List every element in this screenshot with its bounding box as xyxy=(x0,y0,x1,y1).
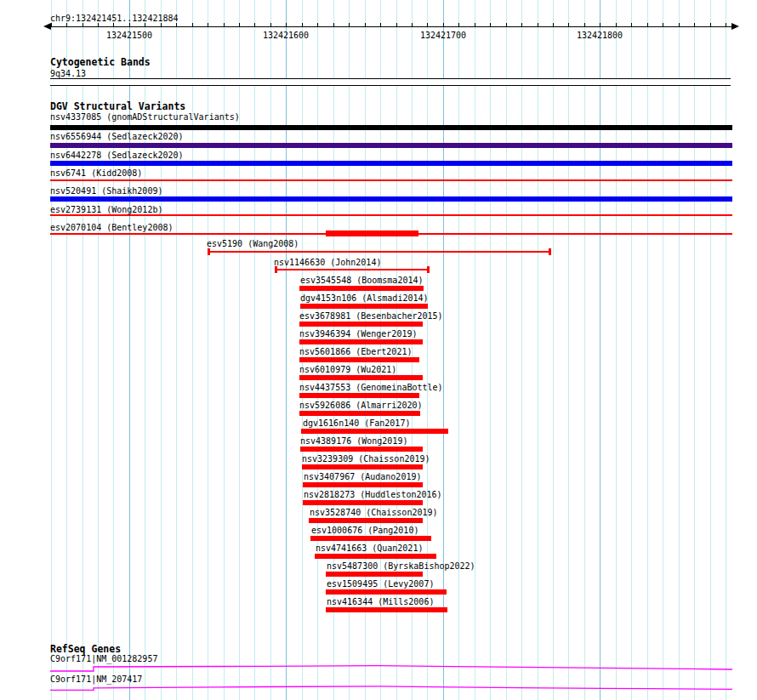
variant-range-line[interactable] xyxy=(208,251,550,253)
variant-bar[interactable] xyxy=(302,464,423,470)
ruler-tick xyxy=(208,23,208,27)
track-label[interactable]: dgv1616n140 (Fan2017) xyxy=(303,418,410,428)
ruler-tick-label: 132421700 xyxy=(420,31,466,40)
variant-range-cap[interactable] xyxy=(208,248,210,255)
variant-bar[interactable] xyxy=(299,375,423,380)
variant-bar[interactable] xyxy=(300,447,423,452)
variant-bar[interactable] xyxy=(300,304,428,309)
track-label[interactable]: esv3545548 (Boomsma2014) xyxy=(300,276,424,285)
variant-range-line[interactable] xyxy=(276,269,429,270)
ruler-tick xyxy=(506,23,507,27)
variant-bar[interactable] xyxy=(299,339,423,344)
gene-model-line[interactable] xyxy=(50,666,732,671)
variant-bar[interactable] xyxy=(299,286,424,291)
track-label[interactable]: nsv3239309 (Chaisson2019) xyxy=(302,454,430,464)
genome-browser-view: chr9:132421451..132421884 Cytogenetic Ba… xyxy=(0,0,757,700)
track-label[interactable]: nsv3946394 (Wenger2019) xyxy=(299,329,417,339)
track-label[interactable]: nsv1146630 (John2014) xyxy=(274,258,381,267)
variant-bar[interactable] xyxy=(50,161,732,166)
track-label[interactable]: esv3678981 (Besenbacher2015) xyxy=(299,311,443,321)
variant-bar[interactable] xyxy=(299,393,419,398)
variant-bar[interactable] xyxy=(299,322,423,327)
ruler-tick xyxy=(443,23,444,27)
ruler-tick xyxy=(51,23,52,27)
ruler-tick xyxy=(427,23,428,27)
track-label[interactable]: nsv6442278 (Sedlazeck2020) xyxy=(50,151,184,160)
track-label[interactable]: nsv4389176 (Wong2019) xyxy=(300,436,407,446)
variant-bar[interactable] xyxy=(326,572,423,577)
section-header-refseq-genes: RefSeq Genes xyxy=(50,644,121,654)
variant-bar[interactable] xyxy=(326,607,447,612)
variant-line[interactable] xyxy=(50,179,732,181)
ruler-tick xyxy=(694,23,695,27)
ruler-tick-label: 132421600 xyxy=(263,31,309,40)
variant-bar[interactable] xyxy=(303,482,423,487)
ruler-tick xyxy=(458,23,459,27)
variant-bar[interactable] xyxy=(310,536,431,541)
track-label[interactable]: esv2070104 (Bentley2008) xyxy=(50,223,174,232)
track-label[interactable]: nsv3528740 (Chaisson2019) xyxy=(310,508,438,517)
track-label[interactable]: nsv4337085 (gnomADStructuralVariants) xyxy=(50,112,240,122)
ruler-tick xyxy=(412,23,413,27)
ruler-tick xyxy=(616,23,617,27)
track-label[interactable]: nsv5601866 (Ebert2021) xyxy=(299,347,412,356)
ruler-tick xyxy=(145,23,145,27)
track-label[interactable]: nsv5487300 (ByrskaBishop2022) xyxy=(327,561,475,571)
variant-bar[interactable] xyxy=(309,518,423,523)
variant-range-cap[interactable] xyxy=(549,248,551,255)
gene-label[interactable]: C9orf171|NM_207417 xyxy=(50,674,142,684)
variant-bar[interactable] xyxy=(50,196,732,202)
section-header-cytogenetic-bands: Cytogenetic Bands xyxy=(50,57,151,67)
gene-model-line[interactable] xyxy=(50,686,732,691)
ruler-tick xyxy=(568,23,569,27)
track-label[interactable]: nsv2818273 (Huddleston2016) xyxy=(304,490,442,499)
track-label[interactable]: esv1509495 (Levy2007) xyxy=(327,579,434,589)
track-label[interactable]: nsv5926086 (Almarri2020) xyxy=(299,401,423,410)
variant-bar[interactable] xyxy=(50,125,732,130)
gene-label[interactable]: C9orf171|NM_001282957 xyxy=(50,654,157,663)
track-label[interactable]: nsv4741663 (Quan2021) xyxy=(316,543,423,553)
variant-bar[interactable] xyxy=(315,554,436,559)
track-label[interactable]: nsv520491 (Shaikh2009) xyxy=(50,186,162,196)
variant-bar[interactable] xyxy=(303,500,423,505)
ruler-tick xyxy=(679,23,680,27)
cytogenetic-band-label[interactable]: 9q34.13 xyxy=(50,69,86,78)
ruler-tick xyxy=(490,23,491,27)
track-label[interactable]: esv1000676 (Pang2010) xyxy=(311,526,418,535)
track-label[interactable]: nsv6741 (Kidd2008) xyxy=(50,168,142,178)
ruler-tick xyxy=(83,23,83,27)
track-label[interactable]: dgv4153n106 (Alsmadi2014) xyxy=(300,293,429,303)
ruler-tick xyxy=(176,23,177,27)
variant-bar[interactable] xyxy=(299,357,419,362)
ruler-tick xyxy=(663,23,663,27)
track-label[interactable]: esv2739131 (Wong2012b) xyxy=(50,205,162,214)
track-label[interactable]: esv5190 (Wang2008) xyxy=(207,239,299,248)
ruler-tick xyxy=(553,23,554,27)
variant-bar[interactable] xyxy=(299,411,420,416)
variant-bar[interactable] xyxy=(326,230,418,236)
track-label[interactable]: nsv3407967 (Audano2019) xyxy=(304,472,421,481)
ruler-tick xyxy=(647,23,648,27)
track-label[interactable]: nsv4437553 (GenomeinaBottle) xyxy=(299,383,443,392)
ruler-tick xyxy=(224,23,225,27)
variant-range-cap[interactable] xyxy=(427,266,430,273)
ruler-tick xyxy=(710,23,711,27)
section-header-dgv-structural-variants: DGV Structural Variants xyxy=(50,101,185,111)
variant-range-cap[interactable] xyxy=(275,266,277,273)
track-label[interactable]: nsv6556944 (Sedlazeck2020) xyxy=(50,132,184,141)
track-label[interactable]: nsv416344 (Mills2006) xyxy=(327,597,434,606)
variant-line[interactable] xyxy=(50,214,732,216)
ruler-tick-label: 132421800 xyxy=(577,31,623,40)
ruler-tick xyxy=(365,23,366,27)
track-label[interactable]: nsv6010979 (Wu2021) xyxy=(299,365,396,374)
ruler-tick xyxy=(333,23,334,27)
ruler-tick xyxy=(129,23,130,27)
variant-bar[interactable] xyxy=(301,429,448,434)
ruler-tick xyxy=(380,23,381,27)
variant-bar[interactable] xyxy=(50,143,732,148)
variant-bar[interactable] xyxy=(326,589,447,595)
ruler-tick xyxy=(286,23,287,27)
ruler-tick xyxy=(270,23,271,27)
ruler-tick xyxy=(600,23,600,27)
ruler-tick xyxy=(98,23,99,27)
